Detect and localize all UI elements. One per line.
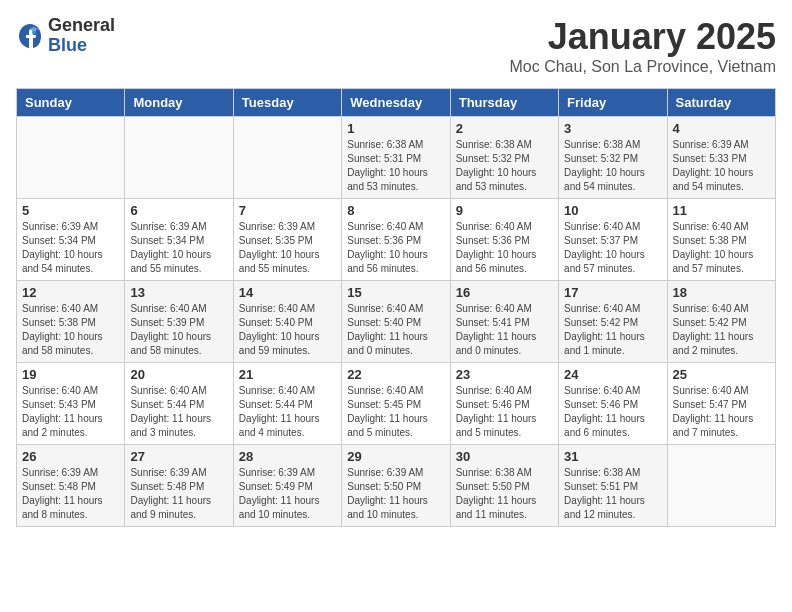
day-number: 7 [239, 203, 336, 218]
day-info: Sunrise: 6:40 AM Sunset: 5:46 PM Dayligh… [564, 384, 661, 440]
calendar-cell: 5Sunrise: 6:39 AM Sunset: 5:34 PM Daylig… [17, 199, 125, 281]
day-number: 27 [130, 449, 227, 464]
calendar-cell: 11Sunrise: 6:40 AM Sunset: 5:38 PM Dayli… [667, 199, 775, 281]
day-number: 21 [239, 367, 336, 382]
day-info: Sunrise: 6:40 AM Sunset: 5:40 PM Dayligh… [239, 302, 336, 358]
calendar-cell: 12Sunrise: 6:40 AM Sunset: 5:38 PM Dayli… [17, 281, 125, 363]
day-number: 4 [673, 121, 770, 136]
week-row-5: 26Sunrise: 6:39 AM Sunset: 5:48 PM Dayli… [17, 445, 776, 527]
day-info: Sunrise: 6:39 AM Sunset: 5:33 PM Dayligh… [673, 138, 770, 194]
calendar-cell: 28Sunrise: 6:39 AM Sunset: 5:49 PM Dayli… [233, 445, 341, 527]
calendar-cell [667, 445, 775, 527]
day-number: 25 [673, 367, 770, 382]
day-number: 10 [564, 203, 661, 218]
weekday-header-saturday: Saturday [667, 89, 775, 117]
calendar-cell: 30Sunrise: 6:38 AM Sunset: 5:50 PM Dayli… [450, 445, 558, 527]
week-row-3: 12Sunrise: 6:40 AM Sunset: 5:38 PM Dayli… [17, 281, 776, 363]
day-info: Sunrise: 6:40 AM Sunset: 5:45 PM Dayligh… [347, 384, 444, 440]
day-number: 15 [347, 285, 444, 300]
calendar-cell: 21Sunrise: 6:40 AM Sunset: 5:44 PM Dayli… [233, 363, 341, 445]
day-info: Sunrise: 6:40 AM Sunset: 5:40 PM Dayligh… [347, 302, 444, 358]
weekday-header-thursday: Thursday [450, 89, 558, 117]
calendar-cell: 13Sunrise: 6:40 AM Sunset: 5:39 PM Dayli… [125, 281, 233, 363]
calendar-cell: 1Sunrise: 6:38 AM Sunset: 5:31 PM Daylig… [342, 117, 450, 199]
week-row-2: 5Sunrise: 6:39 AM Sunset: 5:34 PM Daylig… [17, 199, 776, 281]
calendar-cell: 2Sunrise: 6:38 AM Sunset: 5:32 PM Daylig… [450, 117, 558, 199]
calendar-cell: 10Sunrise: 6:40 AM Sunset: 5:37 PM Dayli… [559, 199, 667, 281]
day-info: Sunrise: 6:39 AM Sunset: 5:48 PM Dayligh… [130, 466, 227, 522]
calendar-cell: 8Sunrise: 6:40 AM Sunset: 5:36 PM Daylig… [342, 199, 450, 281]
day-number: 30 [456, 449, 553, 464]
calendar-cell: 15Sunrise: 6:40 AM Sunset: 5:40 PM Dayli… [342, 281, 450, 363]
day-info: Sunrise: 6:40 AM Sunset: 5:44 PM Dayligh… [130, 384, 227, 440]
calendar-cell [17, 117, 125, 199]
logo: General Blue [16, 16, 115, 56]
day-number: 13 [130, 285, 227, 300]
day-number: 22 [347, 367, 444, 382]
calendar-cell: 27Sunrise: 6:39 AM Sunset: 5:48 PM Dayli… [125, 445, 233, 527]
day-number: 28 [239, 449, 336, 464]
calendar-cell: 23Sunrise: 6:40 AM Sunset: 5:46 PM Dayli… [450, 363, 558, 445]
calendar-cell: 26Sunrise: 6:39 AM Sunset: 5:48 PM Dayli… [17, 445, 125, 527]
day-info: Sunrise: 6:40 AM Sunset: 5:42 PM Dayligh… [673, 302, 770, 358]
day-info: Sunrise: 6:38 AM Sunset: 5:32 PM Dayligh… [564, 138, 661, 194]
day-info: Sunrise: 6:40 AM Sunset: 5:46 PM Dayligh… [456, 384, 553, 440]
day-info: Sunrise: 6:38 AM Sunset: 5:31 PM Dayligh… [347, 138, 444, 194]
weekday-header-sunday: Sunday [17, 89, 125, 117]
weekday-header-tuesday: Tuesday [233, 89, 341, 117]
logo-general-text: General [48, 16, 115, 36]
day-number: 2 [456, 121, 553, 136]
day-info: Sunrise: 6:39 AM Sunset: 5:49 PM Dayligh… [239, 466, 336, 522]
calendar-cell: 4Sunrise: 6:39 AM Sunset: 5:33 PM Daylig… [667, 117, 775, 199]
day-info: Sunrise: 6:40 AM Sunset: 5:47 PM Dayligh… [673, 384, 770, 440]
logo-text: General Blue [48, 16, 115, 56]
weekday-header-monday: Monday [125, 89, 233, 117]
calendar-cell: 19Sunrise: 6:40 AM Sunset: 5:43 PM Dayli… [17, 363, 125, 445]
day-info: Sunrise: 6:40 AM Sunset: 5:38 PM Dayligh… [22, 302, 119, 358]
calendar-cell: 9Sunrise: 6:40 AM Sunset: 5:36 PM Daylig… [450, 199, 558, 281]
weekday-header-row: SundayMondayTuesdayWednesdayThursdayFrid… [17, 89, 776, 117]
logo-blue-text: Blue [48, 36, 115, 56]
weekday-header-wednesday: Wednesday [342, 89, 450, 117]
day-info: Sunrise: 6:40 AM Sunset: 5:36 PM Dayligh… [347, 220, 444, 276]
location-subtitle: Moc Chau, Son La Province, Vietnam [509, 58, 776, 76]
day-info: Sunrise: 6:39 AM Sunset: 5:50 PM Dayligh… [347, 466, 444, 522]
day-number: 31 [564, 449, 661, 464]
day-number: 5 [22, 203, 119, 218]
calendar-cell: 16Sunrise: 6:40 AM Sunset: 5:41 PM Dayli… [450, 281, 558, 363]
day-number: 23 [456, 367, 553, 382]
calendar-table: SundayMondayTuesdayWednesdayThursdayFrid… [16, 88, 776, 527]
week-row-4: 19Sunrise: 6:40 AM Sunset: 5:43 PM Dayli… [17, 363, 776, 445]
day-number: 19 [22, 367, 119, 382]
day-number: 26 [22, 449, 119, 464]
day-number: 24 [564, 367, 661, 382]
page-header: General Blue January 2025 Moc Chau, Son … [16, 16, 776, 76]
calendar-cell: 20Sunrise: 6:40 AM Sunset: 5:44 PM Dayli… [125, 363, 233, 445]
day-number: 11 [673, 203, 770, 218]
calendar-cell [233, 117, 341, 199]
calendar-cell: 18Sunrise: 6:40 AM Sunset: 5:42 PM Dayli… [667, 281, 775, 363]
day-number: 8 [347, 203, 444, 218]
day-info: Sunrise: 6:40 AM Sunset: 5:38 PM Dayligh… [673, 220, 770, 276]
day-info: Sunrise: 6:40 AM Sunset: 5:44 PM Dayligh… [239, 384, 336, 440]
day-info: Sunrise: 6:39 AM Sunset: 5:34 PM Dayligh… [22, 220, 119, 276]
day-number: 18 [673, 285, 770, 300]
calendar-cell: 3Sunrise: 6:38 AM Sunset: 5:32 PM Daylig… [559, 117, 667, 199]
day-info: Sunrise: 6:40 AM Sunset: 5:39 PM Dayligh… [130, 302, 227, 358]
day-info: Sunrise: 6:40 AM Sunset: 5:36 PM Dayligh… [456, 220, 553, 276]
week-row-1: 1Sunrise: 6:38 AM Sunset: 5:31 PM Daylig… [17, 117, 776, 199]
day-number: 3 [564, 121, 661, 136]
day-info: Sunrise: 6:38 AM Sunset: 5:50 PM Dayligh… [456, 466, 553, 522]
month-year-title: January 2025 [509, 16, 776, 58]
logo-icon [16, 22, 44, 50]
day-number: 1 [347, 121, 444, 136]
weekday-header-friday: Friday [559, 89, 667, 117]
day-info: Sunrise: 6:39 AM Sunset: 5:48 PM Dayligh… [22, 466, 119, 522]
calendar-cell: 6Sunrise: 6:39 AM Sunset: 5:34 PM Daylig… [125, 199, 233, 281]
day-info: Sunrise: 6:40 AM Sunset: 5:41 PM Dayligh… [456, 302, 553, 358]
day-number: 14 [239, 285, 336, 300]
calendar-cell: 24Sunrise: 6:40 AM Sunset: 5:46 PM Dayli… [559, 363, 667, 445]
day-info: Sunrise: 6:39 AM Sunset: 5:34 PM Dayligh… [130, 220, 227, 276]
calendar-cell: 17Sunrise: 6:40 AM Sunset: 5:42 PM Dayli… [559, 281, 667, 363]
day-number: 20 [130, 367, 227, 382]
